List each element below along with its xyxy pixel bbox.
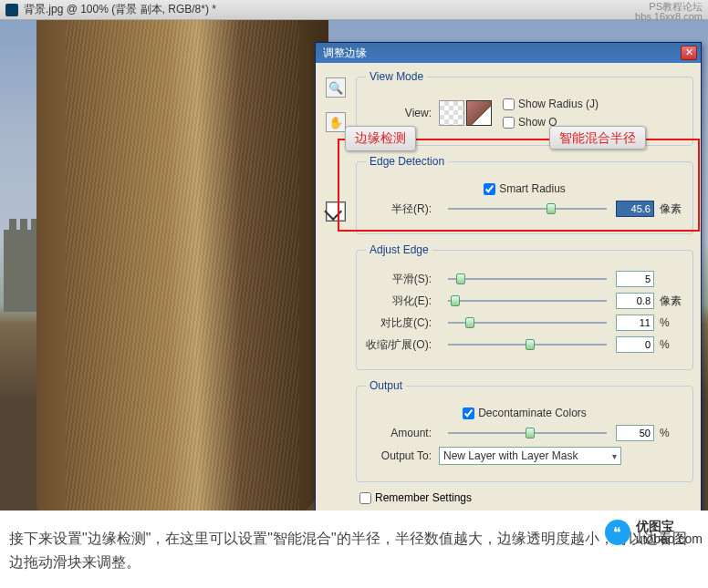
- radius-label: 半径(R):: [366, 201, 439, 217]
- zoom-icon: 🔍: [328, 81, 343, 95]
- remember-settings-input[interactable]: [359, 492, 371, 504]
- remember-settings-label: Remember Settings: [375, 491, 472, 504]
- show-original-input[interactable]: [503, 117, 515, 129]
- canvas-area: 调整边缘 ✕ 🔍 ✋ View Mode View:: [0, 20, 708, 511]
- smart-radius-input[interactable]: [484, 183, 495, 195]
- edge-detection-group: Edge Detection Smart Radius 半径(R):: [356, 155, 693, 234]
- amount-input[interactable]: [616, 425, 654, 441]
- annotation-edge-detect: 边缘检测: [345, 126, 416, 151]
- bird-icon: ❝: [605, 520, 630, 545]
- smart-radius-label: Smart Radius: [499, 182, 566, 195]
- amount-unit: %: [660, 427, 683, 439]
- radius-input[interactable]: [616, 201, 654, 217]
- output-to-value: New Layer with Layer Mask: [443, 449, 578, 462]
- smart-radius-checkbox[interactable]: Smart Radius: [484, 182, 566, 195]
- show-radius-label: Show Radius (J): [518, 98, 599, 110]
- brush-icon: [324, 202, 342, 221]
- chevron-down-icon: ▾: [612, 451, 617, 461]
- amount-slider[interactable]: [448, 426, 607, 440]
- remember-settings-checkbox[interactable]: Remember Settings: [359, 491, 693, 504]
- view-thumb-1[interactable]: [439, 100, 464, 126]
- radius-unit: 像素: [660, 201, 683, 217]
- show-radius-input[interactable]: [503, 98, 515, 110]
- ps-icon: [5, 4, 18, 16]
- smooth-label: 平滑(S):: [366, 272, 439, 287]
- view-thumb-2[interactable]: [466, 100, 492, 126]
- shift-unit: %: [660, 338, 683, 351]
- shift-input[interactable]: [616, 336, 654, 353]
- close-button[interactable]: ✕: [681, 46, 697, 60]
- adjust-edge-legend: Adjust Edge: [366, 243, 432, 256]
- zoom-tool[interactable]: 🔍: [326, 77, 346, 98]
- hand-tool[interactable]: ✋: [326, 112, 346, 132]
- contrast-input[interactable]: [616, 315, 654, 331]
- output-legend: Output: [366, 379, 406, 392]
- amount-label: Amount:: [366, 427, 439, 439]
- adjust-edge-group: Adjust Edge 平滑(S): 羽化(E): 像素: [356, 243, 693, 370]
- shift-label: 收缩/扩展(O):: [366, 337, 439, 353]
- contrast-slider[interactable]: [448, 315, 607, 330]
- feather-input[interactable]: [616, 293, 654, 309]
- view-mode-legend: View Mode: [366, 70, 427, 83]
- show-radius-checkbox[interactable]: Show Radius (J): [503, 98, 599, 110]
- smooth-slider[interactable]: [448, 272, 607, 286]
- wm-brand: 优图宝: [636, 520, 703, 532]
- decontaminate-label: Decontaminate Colors: [478, 407, 587, 419]
- decontaminate-input[interactable]: [463, 407, 474, 419]
- smooth-input[interactable]: [616, 271, 654, 287]
- document-title: 背景.jpg @ 100% (背景 副本, RGB/8*) *: [24, 2, 216, 17]
- contrast-unit: %: [660, 316, 683, 329]
- bg-hair: [36, 20, 328, 511]
- radius-slider[interactable]: [448, 201, 607, 216]
- feather-label: 羽化(E):: [366, 294, 439, 309]
- view-thumbnails[interactable]: [439, 100, 492, 126]
- output-group: Output Decontaminate Colors Amount: %: [356, 379, 693, 482]
- view-label: View:: [366, 107, 439, 119]
- output-to-select[interactable]: New Layer with Layer Mask ▾: [439, 447, 621, 465]
- watermark-top: PS教程论坛 bbs.16xx8.com: [635, 2, 703, 22]
- watermark-bottom: ❝ 优图宝 utobao.com: [605, 520, 703, 545]
- refine-edge-dialog: 调整边缘 ✕ 🔍 ✋ View Mode View:: [315, 42, 702, 511]
- contrast-label: 对比度(C):: [366, 315, 439, 331]
- shift-slider[interactable]: [448, 337, 607, 352]
- tutorial-caption: 接下来设置"边缘检测"，在这里可以设置"智能混合"的半径，半径数值越大，边缘透明…: [0, 511, 708, 588]
- feather-slider[interactable]: [448, 294, 607, 308]
- hand-icon: ✋: [328, 116, 343, 129]
- app-title-bar: 背景.jpg @ 100% (背景 副本, RGB/8*) *: [0, 0, 708, 20]
- decontaminate-checkbox[interactable]: Decontaminate Colors: [463, 407, 587, 419]
- dialog-title-text: 调整边缘: [323, 46, 367, 61]
- refine-brush-tool[interactable]: [326, 201, 346, 222]
- dialog-titlebar[interactable]: 调整边缘 ✕: [316, 43, 701, 63]
- output-to-label: Output To:: [366, 449, 439, 462]
- feather-unit: 像素: [660, 294, 683, 309]
- wm-url: utobao.com: [636, 532, 703, 545]
- annotation-smart-mix: 智能混合半径: [549, 126, 646, 150]
- edge-detection-legend: Edge Detection: [366, 155, 448, 168]
